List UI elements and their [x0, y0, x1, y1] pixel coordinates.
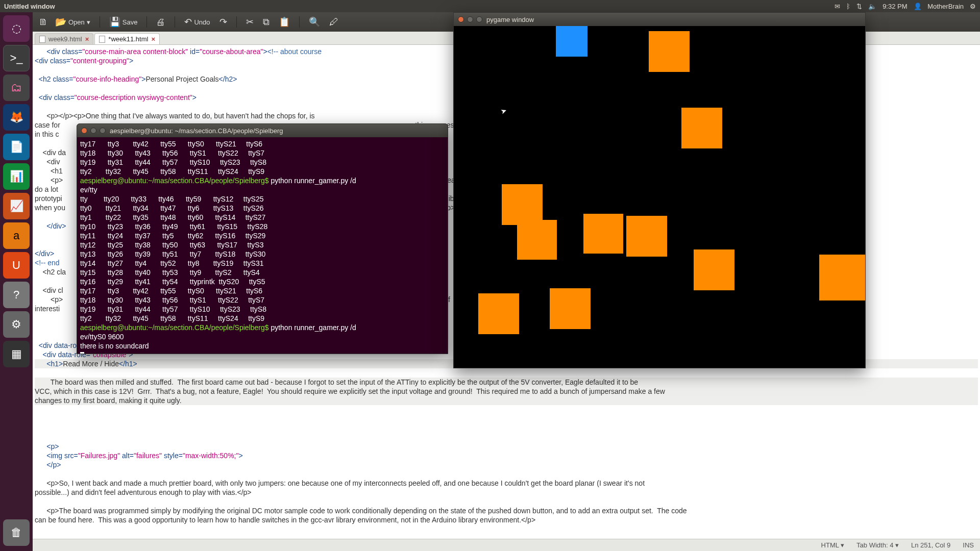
document-icon	[39, 36, 45, 43]
launcher-impress[interactable]: 📈	[3, 193, 30, 219]
launcher-terminal[interactable]: >_	[3, 45, 30, 71]
tab-week11[interactable]: *week11.html×	[94, 33, 160, 44]
obstacle-rect	[583, 214, 623, 254]
cursor-position: Ln 251, Col 9	[911, 541, 950, 549]
print-icon: 🖨	[156, 17, 165, 28]
find-button[interactable]: 🔍	[307, 15, 322, 29]
new-file-icon: 🗎	[39, 17, 48, 28]
pygame-canvas[interactable]: ➤	[454, 26, 865, 368]
obstacle-rect	[681, 108, 722, 148]
obstacle-rect	[819, 255, 865, 300]
close-icon[interactable]: ×	[85, 35, 89, 43]
launcher-calc[interactable]: 📊	[3, 163, 30, 190]
obstacle-rect	[626, 216, 667, 257]
launcher-help[interactable]: ?	[3, 282, 30, 308]
gedit-statusbar: HTML ▾ Tab Width: 4 ▾ Ln 251, Col 9 INS	[33, 539, 980, 551]
launcher-writer[interactable]: 📄	[3, 134, 30, 160]
undo-button[interactable]: ↶Undo	[182, 15, 212, 29]
close-icon[interactable]	[81, 128, 87, 134]
launcher-settings[interactable]: ⚙	[3, 311, 30, 338]
launcher: ◌ >_ 🗂 🦊 📄 📊 📈 a U ✎ ? ⚙ ▦ 🗑	[0, 12, 33, 551]
paste-icon: 📋	[279, 16, 290, 28]
paste-button[interactable]: 📋	[277, 15, 292, 29]
replace-button[interactable]: 🖊	[327, 16, 340, 29]
obstacle-rect	[502, 184, 543, 225]
language-picker[interactable]: HTML ▾	[821, 541, 845, 549]
copy-button[interactable]: ⧉	[261, 16, 272, 29]
new-button[interactable]: 🗎	[37, 16, 50, 29]
window-title: Untitled window	[4, 3, 55, 10]
maximize-icon[interactable]	[476, 16, 482, 22]
tab-width-picker[interactable]: Tab Width: 4 ▾	[856, 541, 899, 549]
save-button[interactable]: 💾Save	[107, 15, 140, 29]
tab-week9[interactable]: week9.html×	[35, 33, 93, 44]
launcher-software-center[interactable]: U	[3, 252, 30, 279]
cut-button[interactable]: ✂	[244, 15, 256, 29]
cut-icon: ✂	[246, 16, 254, 28]
pygame-title: pygame window	[486, 16, 534, 23]
terminal-titlebar[interactable]: aespielberg@ubuntu: ~/mas/section.CBA/pe…	[77, 124, 448, 137]
obstacle-rect	[649, 31, 690, 72]
undo-icon: ↶	[184, 16, 192, 28]
obstacle-rect	[517, 220, 557, 260]
obstacle-rect	[550, 288, 591, 329]
player-rect	[556, 26, 587, 57]
open-icon: 📂	[55, 16, 66, 28]
launcher-trash[interactable]: 🗑	[3, 519, 30, 546]
redo-icon: ↷	[219, 16, 227, 28]
insert-mode: INS	[963, 541, 974, 549]
bluetooth-icon[interactable]: ᛒ	[846, 3, 850, 10]
terminal-title: aespielberg@ubuntu: ~/mas/section.CBA/pe…	[110, 127, 283, 135]
obstacle-rect	[478, 293, 519, 334]
print-button[interactable]: 🖨	[154, 16, 167, 29]
launcher-workspace[interactable]: ▦	[3, 341, 30, 367]
pygame-window[interactable]: pygame window ➤	[453, 12, 866, 368]
replace-icon: 🖊	[329, 17, 338, 28]
pygame-titlebar[interactable]: pygame window	[454, 13, 865, 26]
user-menu[interactable]: 👤 MotherBrain	[914, 3, 964, 10]
launcher-firefox[interactable]: 🦊	[3, 104, 30, 131]
close-icon[interactable]	[458, 16, 464, 22]
minimize-icon[interactable]	[467, 16, 473, 22]
mouse-cursor-icon: ➤	[500, 106, 508, 115]
sound-icon[interactable]: 🔈	[868, 3, 876, 10]
network-icon[interactable]: ⇅	[856, 3, 862, 10]
clock[interactable]: 9:32 PM	[883, 3, 907, 10]
copy-icon: ⧉	[263, 17, 270, 28]
maximize-icon[interactable]	[100, 128, 106, 134]
document-icon	[99, 36, 105, 43]
redo-button[interactable]: ↷	[217, 15, 229, 29]
terminal-window[interactable]: aespielberg@ubuntu: ~/mas/section.CBA/pe…	[77, 123, 448, 354]
launcher-dash[interactable]: ◌	[3, 15, 30, 42]
close-icon[interactable]: ×	[151, 35, 155, 43]
obstacle-rect	[694, 249, 734, 290]
top-panel: Untitled window ✉ ᛒ ⇅ 🔈 9:32 PM 👤 Mother…	[0, 0, 980, 12]
minimize-icon[interactable]	[90, 128, 96, 134]
launcher-files[interactable]: 🗂	[3, 74, 30, 101]
launcher-amazon[interactable]: a	[3, 222, 30, 249]
save-icon: 💾	[109, 16, 120, 28]
open-button[interactable]: 📂Open ▾	[53, 15, 92, 29]
gear-icon[interactable]: ⚙	[970, 3, 976, 10]
find-icon: 🔍	[309, 16, 320, 28]
system-tray: ✉ ᛒ ⇅ 🔈 9:32 PM 👤 MotherBrain ⚙	[835, 3, 976, 10]
terminal-cursor	[80, 352, 84, 354]
mail-icon[interactable]: ✉	[835, 3, 840, 10]
terminal-body[interactable]: tty17 tty3 tty42 tty55 ttyS0 ttyS21 ttyS…	[77, 137, 448, 354]
